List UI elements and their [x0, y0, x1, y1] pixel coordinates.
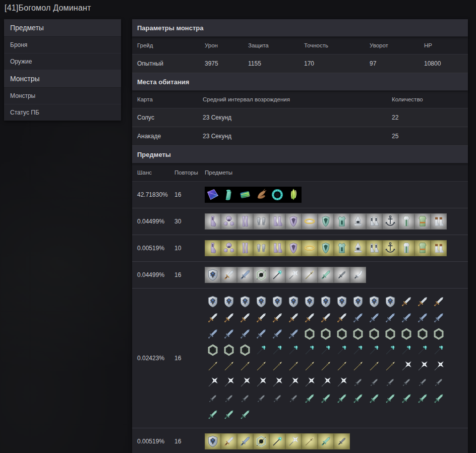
weapon-sword-icon[interactable]	[269, 310, 285, 326]
armor-helm-icon[interactable]	[221, 213, 237, 230]
weapon-sword-icon[interactable]	[414, 294, 431, 310]
armor-anchor-icon[interactable]	[382, 213, 398, 230]
weapon-green-blade-icon[interactable]	[350, 390, 366, 407]
weapon-shield-icon[interactable]	[221, 294, 237, 310]
armor-sash-icon[interactable]	[302, 240, 318, 256]
armor-green-tunic-icon[interactable]	[414, 213, 431, 230]
armor-gauntlets-icon[interactable]	[253, 240, 269, 256]
armor-legs-icon[interactable]	[237, 213, 253, 230]
weapon-javelin-icon[interactable]	[366, 358, 382, 374]
misc-gem-icon[interactable]	[205, 187, 221, 203]
weapon-javelin-icon[interactable]	[253, 358, 269, 374]
weapon-star-icon[interactable]	[431, 358, 447, 374]
misc-scroll-icon[interactable]	[221, 187, 237, 203]
weapon-sword-icon[interactable]	[318, 310, 334, 326]
weapon-green-blade-icon[interactable]	[221, 407, 237, 423]
weapon-star-icon[interactable]	[285, 267, 302, 283]
weapon-star-icon[interactable]	[334, 374, 350, 390]
weapon-green-blade-icon[interactable]	[431, 390, 447, 407]
weapon-star-icon[interactable]	[205, 374, 221, 390]
weapon-green-blade-icon[interactable]	[302, 390, 318, 407]
weapon-hex-ring-icon[interactable]	[398, 326, 414, 342]
weapon-green-blade-icon[interactable]	[398, 390, 414, 407]
weapon-shield-icon[interactable]	[318, 294, 334, 310]
weapon-staff-icon[interactable]	[334, 342, 350, 358]
weapon-green-blade-icon[interactable]	[318, 433, 334, 449]
weapon-staff-icon[interactable]	[253, 342, 269, 358]
armor-brown-boots-icon[interactable]	[431, 240, 447, 256]
weapon-staff-icon[interactable]	[318, 342, 334, 358]
weapon-star-icon[interactable]	[414, 358, 431, 374]
weapon-sword-icon[interactable]	[221, 310, 237, 326]
weapon-dagger-icon[interactable]	[205, 390, 221, 407]
armor-boots-icon[interactable]	[269, 213, 285, 230]
weapon-sword-icon[interactable]	[253, 310, 269, 326]
weapon-dagger-icon[interactable]	[414, 374, 431, 390]
weapon-shield-icon[interactable]	[237, 294, 253, 310]
weapon-dagger-icon[interactable]	[334, 433, 350, 449]
weapon-star-icon[interactable]	[285, 433, 302, 449]
weapon-sword-icon[interactable]	[285, 310, 302, 326]
weapon-staff-icon[interactable]	[302, 342, 318, 358]
weapon-javelin-icon[interactable]	[237, 358, 253, 374]
weapon-hex-ring-icon[interactable]	[414, 326, 431, 342]
weapon-staff-icon[interactable]	[398, 342, 414, 358]
weapon-javelin-icon[interactable]	[221, 358, 237, 374]
weapon-green-blade-icon[interactable]	[318, 267, 334, 283]
weapon-green-blade-icon[interactable]	[237, 407, 253, 423]
weapon-star-icon[interactable]	[269, 374, 285, 390]
weapon-green-blade-icon[interactable]	[205, 407, 221, 423]
weapon-green-blade-icon[interactable]	[382, 390, 398, 407]
weapon-blue-sword-icon[interactable]	[237, 433, 253, 449]
weapon-shield-icon[interactable]	[382, 294, 398, 310]
armor-white-helm-icon[interactable]	[350, 240, 366, 256]
armor-sash-icon[interactable]	[302, 213, 318, 230]
misc-ring-icon[interactable]	[269, 187, 285, 203]
weapon-sword-icon[interactable]	[205, 310, 221, 326]
weapon-shield-icon[interactable]	[205, 267, 221, 283]
armor-greave-icon[interactable]	[205, 213, 221, 230]
weapon-hex-ring-icon[interactable]	[382, 326, 398, 342]
weapon-blue-sword-icon[interactable]	[431, 310, 447, 326]
weapon-blue-sword-icon[interactable]	[350, 310, 366, 326]
armor-gauntlets-icon[interactable]	[253, 213, 269, 230]
armor-greave-icon[interactable]	[205, 240, 221, 256]
weapon-dagger-icon[interactable]	[382, 374, 398, 390]
weapon-shield-icon[interactable]	[366, 294, 382, 310]
sidebar-item-0-1[interactable]: Оружие	[4, 53, 121, 70]
armor-brown-boots-icon[interactable]	[431, 213, 447, 230]
armor-green-tunic-icon[interactable]	[414, 240, 431, 256]
armor-helm-icon[interactable]	[221, 240, 237, 256]
weapon-blue-sword-icon[interactable]	[366, 310, 382, 326]
weapon-blue-sword-icon[interactable]	[237, 326, 253, 342]
weapon-shield-icon[interactable]	[302, 294, 318, 310]
misc-feather-icon[interactable]	[285, 187, 302, 203]
weapon-hex-ring-icon[interactable]	[431, 326, 447, 342]
weapon-dagger-icon[interactable]	[253, 390, 269, 407]
weapon-blue-sword-icon[interactable]	[382, 310, 398, 326]
weapon-shield-icon[interactable]	[253, 294, 269, 310]
weapon-dagger-icon[interactable]	[221, 390, 237, 407]
weapon-staff-icon[interactable]	[350, 342, 366, 358]
weapon-blue-sword-icon[interactable]	[253, 326, 269, 342]
sidebar-item-1-1[interactable]: Статус ПБ	[4, 104, 121, 121]
misc-book-icon[interactable]	[237, 187, 253, 203]
armor-legs-icon[interactable]	[237, 240, 253, 256]
weapon-hex-ring-icon[interactable]	[253, 267, 269, 283]
weapon-shield-icon[interactable]	[205, 294, 221, 310]
weapon-hex-ring-icon[interactable]	[334, 326, 350, 342]
armor-plate-icon[interactable]	[285, 240, 302, 256]
weapon-hex-ring-icon[interactable]	[237, 342, 253, 358]
weapon-javelin-icon[interactable]	[318, 358, 334, 374]
armor-green-robe-icon[interactable]	[398, 240, 414, 256]
weapon-hex-ring-icon[interactable]	[366, 326, 382, 342]
weapon-javelin-icon[interactable]	[302, 433, 318, 449]
weapon-curved-blade-icon[interactable]	[350, 267, 366, 283]
armor-teal-tunic-icon[interactable]	[334, 240, 350, 256]
armor-anchor-icon[interactable]	[382, 240, 398, 256]
weapon-dagger-icon[interactable]	[366, 374, 382, 390]
weapon-dagger-icon[interactable]	[285, 390, 302, 407]
weapon-staff-icon[interactable]	[431, 342, 447, 358]
weapon-staff-icon[interactable]	[366, 342, 382, 358]
weapon-green-blade-icon[interactable]	[318, 390, 334, 407]
